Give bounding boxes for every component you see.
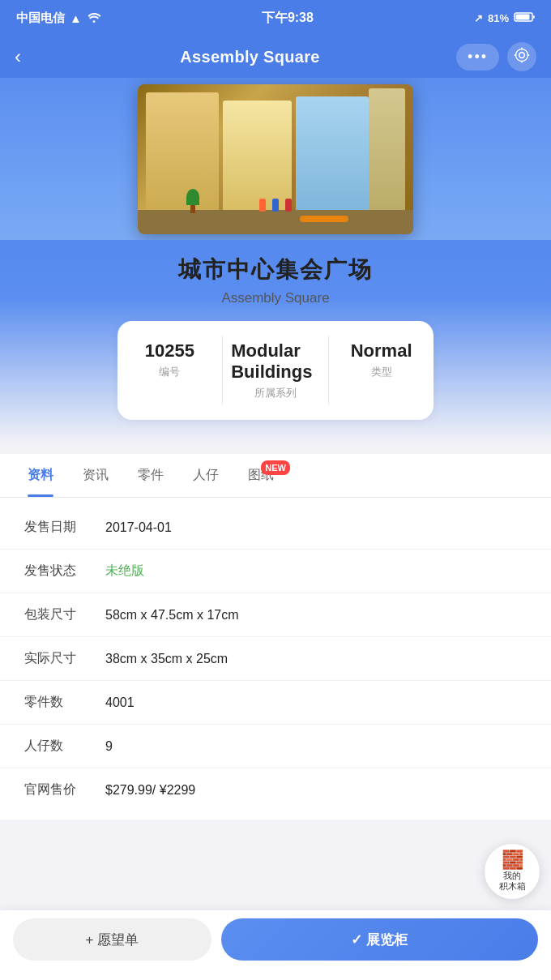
product-image [0,78,551,240]
detail-val-minifigs: 9 [105,739,527,754]
set-number-label: 编号 [159,365,180,379]
detail-key-price: 官网售价 [24,781,105,798]
detail-row-status: 发售状态 未绝版 [0,550,551,593]
detail-val-price: $279.99/ ¥2299 [105,783,527,798]
detail-row-price: 官网售价 $279.99/ ¥2299 [0,768,551,811]
building-3 [296,96,369,226]
lego-set-image [138,84,413,234]
tab-figures[interactable]: 人仔 [178,454,233,497]
series-label: 所属系列 [254,386,297,400]
float-btn-label: 我的 积木箱 [499,871,526,892]
detail-key-minifigs: 人仔数 [24,738,105,755]
figure-2 [272,199,279,212]
product-name-en: Assembly Square [221,290,329,306]
scan-button[interactable] [507,42,536,71]
tab-parts[interactable]: 零件 [123,454,178,497]
nav-title: Assembly Square [180,48,319,66]
detail-row-parts: 零件数 4001 [0,681,551,725]
type-cell: Normal 类型 [328,336,434,405]
image-highlight-mark [300,216,348,222]
status-right: ↗ 81% [474,11,535,25]
series-value: Modular Buildings [231,340,320,383]
product-info-card: 10255 编号 Modular Buildings 所属系列 Normal 类… [117,321,434,420]
product-name-cn: 城市中心集会广场 [178,255,373,285]
detail-val-date: 2017-04-01 [105,520,527,535]
figure-1 [259,199,266,212]
float-brick-box-button[interactable]: 🧱 我的 积木箱 [485,844,540,899]
more-button[interactable]: ••• [456,44,499,71]
wishlist-button[interactable]: + 愿望单 [13,918,211,961]
nav-actions: ••• [456,42,536,71]
bottom-spacer [0,820,551,889]
type-label: 类型 [371,365,392,379]
signal-icon: ▲ [70,11,82,25]
tab-news[interactable]: 资讯 [68,454,123,497]
detail-val-parts: 4001 [105,695,527,710]
ground [138,210,413,234]
series-cell: Modular Buildings 所属系列 [222,336,328,405]
detail-row-actual-size: 实际尺寸 38cm x 35cm x 25cm [0,637,551,681]
tree [186,189,199,212]
building-1 [146,92,219,222]
svg-point-2 [519,52,525,58]
type-value: Normal [351,340,412,362]
detail-key-box-size: 包装尺寸 [24,606,105,623]
building-4 [369,88,405,226]
detail-key-actual-size: 实际尺寸 [24,650,105,667]
location-icon: ↗ [474,12,483,24]
detail-row-date: 发售日期 2017-04-01 [0,506,551,550]
status-bar: 中国电信 ▲ 下午9:38 ↗ 81% [0,0,551,36]
status-left: 中国电信 ▲ [16,11,101,26]
detail-key-status: 发售状态 [24,563,105,580]
hero-section: 城市中心集会广场 Assembly Square 10255 编号 Modula… [0,78,551,444]
battery-icon [514,11,535,25]
detail-key-parts: 零件数 [24,694,105,711]
detail-row-box-size: 包装尺寸 58cm x 47.5cm x 17cm [0,593,551,637]
float-btn-icon: 🧱 [502,851,523,869]
figure-3 [285,199,292,212]
showcase-button[interactable]: ✓ 展览柜 [221,918,538,961]
nav-bar: ‹ Assembly Square ••• [0,36,551,78]
figures [259,199,292,212]
set-number-value: 10255 [145,340,194,362]
detail-val-actual-size: 38cm x 35cm x 25cm [105,652,527,666]
wifi-icon [87,11,101,25]
status-time: 下午9:38 [262,10,314,27]
detail-section: 发售日期 2017-04-01 发售状态 未绝版 包装尺寸 58cm x 47.… [0,498,551,820]
tabs-section: 资料 资讯 零件 人仔 图纸 NEW [0,454,551,498]
detail-val-status: 未绝版 [105,563,527,580]
carrier-label: 中国电信 [16,11,65,26]
detail-key-date: 发售日期 [24,519,105,536]
bottom-bar: + 愿望单 ✓ 展览柜 [0,910,551,980]
svg-rect-1 [515,14,529,19]
detail-row-minifigs: 人仔数 9 [0,725,551,768]
svg-point-3 [515,49,528,61]
tab-manual[interactable]: 图纸 NEW [233,454,288,497]
battery-level: 81% [488,12,509,24]
detail-val-box-size: 58cm x 47.5cm x 17cm [105,608,527,623]
set-number-cell: 10255 编号 [117,336,223,405]
tab-info[interactable]: 资料 [13,454,68,497]
new-badge: NEW [261,460,290,475]
back-button[interactable]: ‹ [15,45,44,68]
